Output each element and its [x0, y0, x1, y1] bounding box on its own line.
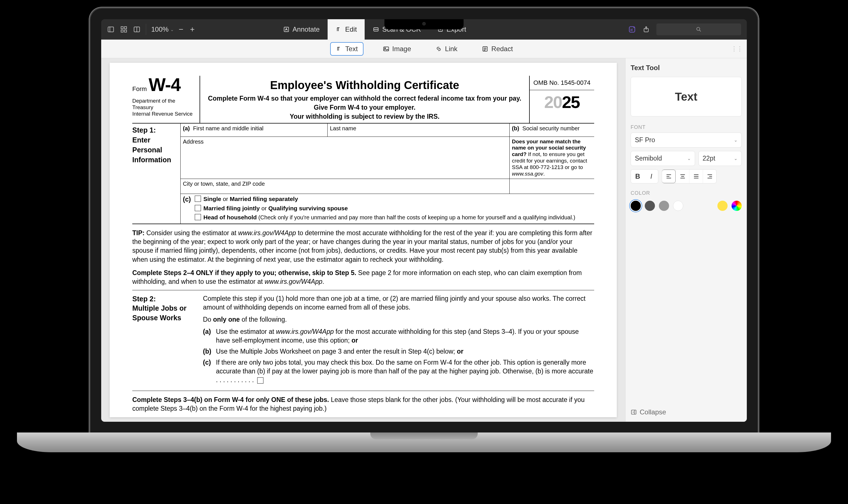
color-section-label: COLOR — [631, 190, 742, 196]
align-right-button[interactable] — [703, 169, 716, 183]
tool-link[interactable]: Link — [430, 43, 463, 55]
form-title: Employee's Withholding Certificate — [205, 77, 524, 93]
tool-image[interactable]: Image — [378, 43, 416, 55]
svg-line-17 — [700, 30, 701, 32]
color-picker-icon[interactable] — [732, 201, 742, 211]
font-weight-select[interactable]: Semibold ⌄ — [631, 151, 695, 166]
first-name-label: First name and middle initial — [193, 125, 264, 131]
font-section-label: FONT — [631, 124, 742, 130]
search-input[interactable] — [656, 23, 741, 35]
svg-rect-2 — [121, 26, 123, 29]
edit-sub-toolbar: Text Image Link Redact ⋮⋮ — [101, 40, 747, 58]
step2-option-c: If there are only two jobs total, you ma… — [216, 358, 594, 384]
align-left-button[interactable] — [662, 169, 675, 183]
ssn-label: Social security number — [522, 125, 579, 131]
step2-sub: Multiple Jobs or Spouse Works — [132, 304, 198, 323]
svg-rect-0 — [108, 27, 114, 32]
checkbox-two-jobs[interactable] — [257, 377, 264, 383]
svg-rect-3 — [124, 26, 127, 29]
form-prefix: Form — [132, 85, 147, 92]
svg-rect-4 — [121, 30, 123, 32]
zoom-out-button[interactable]: − — [177, 25, 185, 34]
checkbox-single[interactable] — [195, 196, 201, 202]
checkbox-head-household[interactable] — [195, 214, 201, 220]
omb-number: OMB No. 1545-0074 — [530, 76, 594, 90]
ai-icon[interactable]: ai — [628, 25, 636, 33]
collapse-sidebar-button[interactable]: Collapse — [631, 402, 742, 416]
drag-handle-icon[interactable]: ⋮⋮ — [731, 45, 742, 53]
form-code: W-4 — [149, 75, 181, 95]
last-name-label: Last name — [327, 124, 509, 137]
step2-option-b: Use the Multiple Jobs Worksheet on page … — [216, 347, 594, 356]
zoom-value: 100% — [151, 25, 168, 33]
checkbox-married-jointly[interactable] — [195, 205, 201, 211]
step2-heading: Step 2: — [132, 294, 198, 304]
complete-24-paragraph: Complete Steps 2–4 ONLY if they apply to… — [132, 269, 594, 286]
tab-edit[interactable]: Edit — [328, 19, 365, 40]
tab-annotate[interactable]: Annotate — [275, 19, 328, 40]
dept-line-2: Internal Revenue Service — [132, 111, 197, 117]
color-swatches — [631, 201, 742, 211]
step1-sub: Enter Personal Information — [132, 135, 178, 165]
document-page: Form W-4 Department of the Treasury Inte… — [110, 63, 617, 417]
document-viewport[interactable]: Form W-4 Department of the Treasury Inte… — [101, 58, 625, 422]
svg-point-16 — [697, 28, 700, 31]
zoom-in-button[interactable]: + — [188, 25, 196, 34]
step2-intro: Complete this step if you (1) hold more … — [203, 294, 594, 312]
tool-text[interactable]: Text — [330, 42, 363, 56]
chevron-down-icon: ⌄ — [170, 27, 174, 32]
font-size-select[interactable]: 22pt ⌄ — [699, 151, 742, 166]
color-black[interactable] — [631, 201, 641, 211]
svg-text:ai: ai — [630, 28, 633, 32]
color-white[interactable] — [673, 201, 683, 211]
address-label: Address — [180, 137, 509, 179]
dept-line-1: Department of the Treasury — [132, 98, 197, 111]
thumbnails-icon[interactable] — [120, 25, 128, 33]
step2-option-a: Use the estimator at www.irs.gov/W4App f… — [216, 327, 594, 345]
text-tool-sidebar: Text Tool Text FONT SF Pro ⌄ Semibold ⌄ … — [625, 58, 747, 422]
chevron-down-icon: ⌄ — [734, 156, 738, 161]
split-view-icon[interactable] — [133, 25, 141, 33]
form-year: 2025 — [530, 90, 594, 114]
laptop-base — [17, 432, 831, 452]
step2-do-one: Do only one of the following. — [203, 315, 594, 324]
color-dark-gray[interactable] — [645, 201, 655, 211]
form-subtitle-2: Give Form W-4 to your employer. — [205, 103, 524, 112]
font-family-select[interactable]: SF Pro ⌄ — [631, 132, 742, 147]
share-icon[interactable] — [642, 25, 650, 33]
bold-button[interactable]: B — [631, 169, 645, 183]
svg-point-14 — [633, 27, 634, 28]
sidebar-toggle-icon[interactable] — [107, 25, 115, 33]
chevron-down-icon: ⌄ — [687, 156, 691, 161]
ssn-note: Does your name match the name on your so… — [509, 137, 594, 179]
zoom-control[interactable]: 100% ⌄ — [151, 25, 174, 33]
sidebar-title: Text Tool — [631, 64, 742, 72]
italic-button[interactable]: I — [645, 169, 658, 183]
tool-redact[interactable]: Redact — [476, 43, 518, 55]
align-justify-button[interactable] — [689, 169, 703, 183]
step1-heading: Step 1: — [132, 125, 178, 135]
city-label: City or town, state, and ZIP code — [180, 179, 509, 194]
chevron-down-icon: ⌄ — [734, 138, 738, 143]
form-subtitle-3: Your withholding is subject to review by… — [205, 112, 524, 121]
text-preview: Text — [631, 77, 742, 116]
color-yellow[interactable] — [717, 201, 727, 211]
form-subtitle-1: Complete Form W-4 so that your employer … — [205, 94, 524, 103]
color-gray[interactable] — [659, 201, 669, 211]
svg-rect-18 — [383, 47, 389, 51]
align-center-button[interactable] — [675, 169, 689, 183]
complete-34-paragraph: Complete Steps 3–4(b) on Form W-4 for on… — [132, 395, 594, 413]
tip-paragraph: TIP: Consider using the estimator at www… — [132, 229, 594, 264]
svg-rect-5 — [124, 30, 127, 32]
